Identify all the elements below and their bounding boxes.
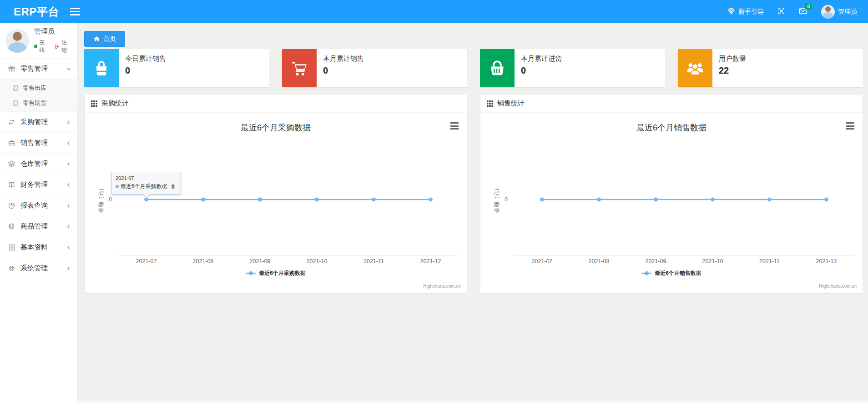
home-icon — [93, 35, 100, 42]
x-axis-labels: 2021-072021-082021-092021-102021-112021-… — [514, 258, 855, 264]
sidebar-item-label: 财务管理 — [20, 180, 48, 189]
sidebar-item-goods[interactable]: 商品管理 — [0, 216, 77, 237]
stat-card-label: 本月累计进货 — [521, 55, 562, 63]
stat-card-value: 22 — [719, 65, 746, 76]
stat-card-label: 用户数量 — [719, 55, 746, 63]
sidebar-item-finance[interactable]: 财务管理 — [0, 174, 77, 195]
stat-card-value: 0 — [521, 65, 562, 76]
guide-button[interactable]: 新手引导 — [727, 7, 764, 16]
tooltip-series-label: 最近6个月采购数据: — [121, 183, 169, 190]
logout-label: 注销 — [61, 39, 71, 54]
panel-sales-stats: 销售统计 最近6个月销售数据 金额（元） 0 2021-072021-08202… — [480, 94, 863, 294]
chevron-left-icon — [66, 183, 71, 187]
app-logo: ERP平台 — [0, 5, 59, 19]
x-axis-labels: 2021-072021-082021-092021-102021-112021-… — [118, 258, 459, 264]
sidebar-item-label: 报表查询 — [20, 201, 48, 210]
sidebar-toggle-icon[interactable] — [70, 8, 80, 15]
highcharts-credit-link[interactable]: Highcharts.com.cn — [819, 284, 857, 289]
legend-marker-icon — [246, 271, 256, 275]
box-icon — [7, 223, 15, 231]
sign-out-icon — [55, 44, 60, 50]
logout-link[interactable]: 注销 — [55, 39, 71, 54]
x-tick-label: 2021-10 — [684, 258, 741, 264]
avatar — [821, 5, 835, 19]
purchase-chart: 最近6个月采购数据 金额（元） 0 2021-072021-082021-092… — [85, 113, 467, 293]
x-tick-label: 2021-12 — [798, 258, 855, 264]
sidebar-item-warehouse[interactable]: 仓库管理 — [0, 153, 77, 174]
sidebar-item-reports[interactable]: 报表查询 — [0, 195, 77, 216]
shopping-bag-icon — [84, 49, 119, 87]
chevron-left-icon — [66, 266, 71, 271]
highcharts-credit-link[interactable]: Highcharts.com.cn — [423, 284, 461, 289]
sidebar-item-retail-return[interactable]: 零售退货 — [0, 95, 77, 110]
sidebar-submenu-retail: 零售出库 零售退货 — [0, 79, 77, 111]
sidebar-item-basic-data[interactable]: 基本资料 — [0, 237, 77, 258]
user-name: 管理员 — [838, 8, 857, 16]
repeat-icon — [7, 118, 15, 126]
sidebar-item-label: 商品管理 — [20, 222, 48, 231]
chevron-left-icon — [66, 162, 71, 166]
panel-title: 销售统计 — [497, 99, 525, 108]
x-tick-label: 2021-07 — [118, 258, 175, 264]
sidebar-item-retail[interactable]: 零售管理 — [0, 58, 77, 79]
mail-badge: 0 — [805, 4, 812, 10]
pie-chart-icon — [7, 202, 15, 210]
x-tick-label: 2021-11 — [345, 258, 402, 264]
sidebar-item-purchase[interactable]: 采购管理 — [0, 111, 77, 132]
sidebar-item-sales[interactable]: 销售管理 — [0, 132, 77, 153]
legend-item[interactable]: 最近6个月采购数据 — [85, 269, 467, 277]
footer-divider — [77, 401, 868, 404]
fullscreen-button[interactable] — [777, 7, 785, 16]
user-menu[interactable]: 管理员 — [821, 5, 857, 19]
sales-chart: 最近6个月销售数据 金额（元） 0 2021-072021-082021-092… — [480, 113, 863, 293]
tab-home-label: 首页 — [103, 35, 116, 43]
sidebar-item-label: 零售出库 — [23, 84, 46, 92]
mail-button[interactable]: 0 — [799, 7, 807, 16]
chevron-left-icon — [66, 245, 71, 250]
chevron-left-icon — [66, 224, 71, 229]
mail-icon — [799, 9, 807, 16]
briefcase-icon — [7, 139, 15, 147]
users-icon — [678, 49, 712, 87]
gear-icon — [7, 264, 15, 273]
gem-icon — [727, 7, 735, 16]
main-content: 首页 今日累计销售 0 本月累计销售 0 — [77, 23, 868, 404]
journal-icon — [12, 100, 19, 106]
sidebar-item-label: 采购管理 — [20, 118, 48, 126]
online-status-icon — [34, 45, 37, 48]
sidebar-item-label: 系统管理 — [20, 264, 48, 273]
tab-home[interactable]: 首页 — [84, 31, 125, 47]
tooltip-value: 0 — [172, 184, 175, 190]
legend-item[interactable]: 最近6个月销售数据 — [480, 269, 863, 277]
gift-icon — [7, 65, 15, 73]
sidebar-item-label: 基本资料 — [20, 243, 48, 252]
stat-card-month-sales: 本月累计销售 0 — [282, 49, 467, 87]
stat-card-user-count: 用户数量 22 — [678, 49, 863, 87]
panel-purchase-stats: 采购统计 最近6个月采购数据 金额（元） 0 2021-072021-08202… — [84, 94, 467, 294]
basket-icon — [480, 49, 515, 87]
chevron-left-icon — [66, 204, 71, 208]
sidebar-item-label: 零售管理 — [20, 65, 48, 73]
sidebar-item-system[interactable]: 系统管理 — [0, 258, 77, 279]
top-bar: ERP平台 新手引导 0 管理员 — [0, 0, 868, 23]
x-tick-label: 2021-12 — [402, 258, 459, 264]
online-status-label: 在线 — [39, 39, 49, 54]
chevron-left-icon — [66, 120, 71, 125]
fullscreen-icon — [777, 7, 785, 16]
stat-card-label: 本月累计销售 — [323, 55, 364, 63]
sidebar-user-panel: 管理员 在线 注销 — [0, 23, 77, 58]
chart-panels-row: 采购统计 最近6个月采购数据 金额（元） 0 2021-072021-08202… — [84, 94, 863, 294]
sidebar-item-retail-outbound[interactable]: 零售出库 — [0, 80, 77, 95]
tooltip-category: 2021-07 — [116, 175, 177, 181]
line-series-plot — [480, 113, 863, 293]
x-tick-label: 2021-08 — [570, 258, 627, 264]
line-series-plot — [85, 113, 468, 293]
x-tick-label: 2021-10 — [288, 258, 345, 264]
sidebar-item-label: 零售退货 — [23, 99, 46, 107]
sidebar-user-name: 管理员 — [34, 27, 71, 36]
chevron-left-icon — [66, 141, 71, 145]
stat-card-label: 今日累计销售 — [125, 55, 166, 63]
x-tick-label: 2021-09 — [627, 258, 684, 264]
x-tick-label: 2021-07 — [514, 258, 570, 264]
chart-tooltip: 2021-07 最近6个月采购数据: 0 — [111, 172, 181, 195]
